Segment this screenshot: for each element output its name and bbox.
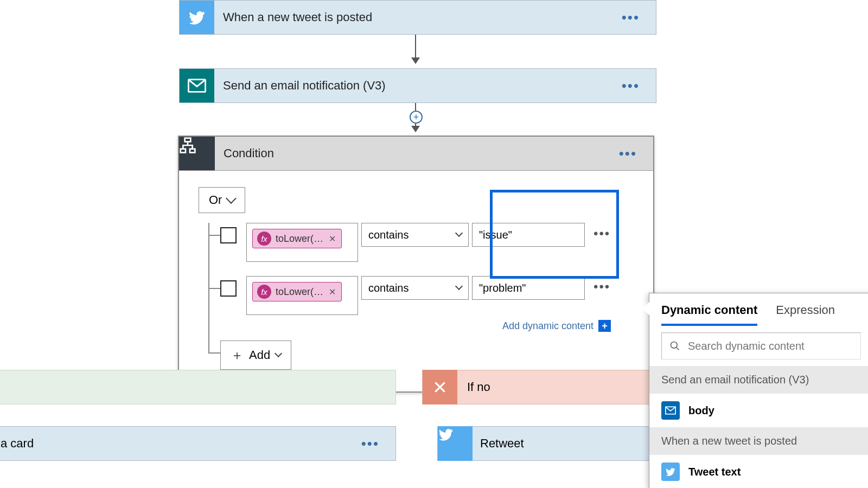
connector-arrow bbox=[415, 35, 416, 63]
add-label: Add bbox=[249, 348, 270, 362]
mail-icon bbox=[661, 401, 680, 420]
expression-pill[interactable]: fx toLower(… ✕ bbox=[252, 282, 342, 301]
action-title: Send an email notification (V3) bbox=[214, 79, 605, 93]
flow-canvas: When a new tweet is posted ••• Send an e… bbox=[0, 0, 868, 488]
tab-expression[interactable]: Expression bbox=[776, 303, 835, 326]
dynamic-item-tweet-text[interactable]: Tweet text bbox=[649, 455, 868, 488]
action-menu-button[interactable]: ••• bbox=[605, 78, 656, 94]
add-step-button[interactable]: + bbox=[410, 111, 423, 124]
svg-point-4 bbox=[671, 342, 678, 349]
search-dynamic-content[interactable] bbox=[661, 332, 861, 359]
pill-label: toLower(… bbox=[276, 286, 323, 298]
chevron-down-icon bbox=[226, 193, 237, 204]
if-yes-branch: a card ••• bbox=[0, 370, 396, 461]
chevron-down-icon bbox=[455, 229, 463, 237]
add-row: ＋ Add bbox=[220, 337, 634, 370]
operator-dropdown[interactable]: contains bbox=[361, 223, 469, 247]
svg-rect-2 bbox=[181, 149, 186, 153]
trigger-card[interactable]: When a new tweet is posted ••• bbox=[179, 0, 656, 35]
condition-row: fx toLower(… ✕ contains ••• bbox=[220, 276, 634, 315]
plus-icon: ＋ bbox=[231, 346, 244, 364]
right-value-input[interactable] bbox=[472, 276, 585, 300]
twitter-icon bbox=[661, 463, 680, 481]
operator-label: contains bbox=[368, 229, 409, 241]
tree-line bbox=[208, 288, 220, 289]
x-icon bbox=[423, 370, 457, 404]
item-label: body bbox=[688, 404, 714, 417]
fx-icon: fx bbox=[257, 285, 271, 299]
item-label: Tweet text bbox=[688, 466, 741, 478]
card-menu-button[interactable]: ••• bbox=[345, 435, 395, 452]
pill-label: toLower(… bbox=[276, 233, 323, 245]
yes-card-title: a card bbox=[0, 436, 345, 451]
row-checkbox[interactable] bbox=[220, 280, 237, 297]
trigger-menu-button[interactable]: ••• bbox=[605, 9, 656, 26]
popout-tabs: Dynamic content Expression bbox=[649, 293, 868, 326]
remove-pill-button[interactable]: ✕ bbox=[328, 287, 337, 297]
chevron-down-icon bbox=[275, 350, 282, 357]
search-input[interactable] bbox=[688, 340, 853, 352]
expression-pill[interactable]: fx toLower(… ✕ bbox=[252, 229, 342, 248]
popout-group-header: Send an email notification (V3) bbox=[649, 366, 868, 394]
if-yes-header[interactable] bbox=[0, 370, 396, 404]
condition-row: fx toLower(… ✕ contains ••• bbox=[220, 223, 634, 262]
left-value-box[interactable]: fx toLower(… ✕ bbox=[246, 276, 358, 315]
condition-title: Condition bbox=[215, 146, 603, 160]
chevron-down-icon bbox=[455, 282, 463, 290]
fx-icon: fx bbox=[257, 232, 271, 246]
remove-pill-button[interactable]: ✕ bbox=[328, 234, 337, 244]
condition-menu-button[interactable]: ••• bbox=[603, 145, 653, 162]
row-menu-button[interactable]: ••• bbox=[588, 276, 616, 298]
add-condition-button[interactable]: ＋ Add bbox=[220, 341, 291, 370]
row-menu-button[interactable]: ••• bbox=[588, 223, 616, 245]
operator-label: contains bbox=[368, 282, 409, 294]
if-no-label: If no bbox=[457, 380, 490, 394]
plus-badge-icon: + bbox=[598, 320, 611, 332]
dynamic-content-popout: Dynamic content Expression Send an email… bbox=[649, 293, 868, 488]
svg-rect-1 bbox=[185, 138, 191, 142]
left-value-box[interactable]: fx toLower(… ✕ bbox=[246, 223, 358, 262]
add-dynamic-content-link[interactable]: Add dynamic content + bbox=[502, 320, 611, 331]
twitter-icon bbox=[438, 426, 473, 461]
tree-line bbox=[208, 352, 220, 354]
condition-icon bbox=[179, 137, 215, 170]
row-checkbox[interactable] bbox=[220, 227, 237, 243]
trigger-title: When a new tweet is posted bbox=[214, 10, 605, 24]
yes-action-card[interactable]: a card ••• bbox=[0, 426, 396, 461]
condition-card: Condition ••• Or fx toLower(… bbox=[178, 136, 654, 393]
operator-dropdown[interactable]: contains bbox=[361, 276, 469, 300]
group-operator-dropdown[interactable]: Or bbox=[199, 187, 245, 213]
action-card[interactable]: Send an email notification (V3) ••• bbox=[179, 68, 656, 103]
dynamic-item-body[interactable]: body bbox=[649, 394, 868, 427]
search-icon bbox=[669, 341, 680, 351]
condition-header[interactable]: Condition ••• bbox=[179, 137, 653, 171]
svg-rect-3 bbox=[190, 149, 195, 153]
twitter-icon bbox=[180, 1, 214, 34]
tree-line bbox=[208, 235, 220, 236]
condition-tree: fx toLower(… ✕ contains ••• bbox=[199, 223, 634, 370]
group-operator-label: Or bbox=[209, 193, 222, 207]
popout-group-header: When a new tweet is posted bbox=[649, 427, 868, 455]
condition-body: Or fx toLower(… ✕ bbox=[179, 171, 653, 391]
right-value-input[interactable] bbox=[472, 223, 585, 247]
add-dynamic-label: Add dynamic content bbox=[502, 320, 593, 331]
tab-dynamic-content[interactable]: Dynamic content bbox=[661, 303, 757, 326]
mail-icon bbox=[180, 69, 214, 102]
